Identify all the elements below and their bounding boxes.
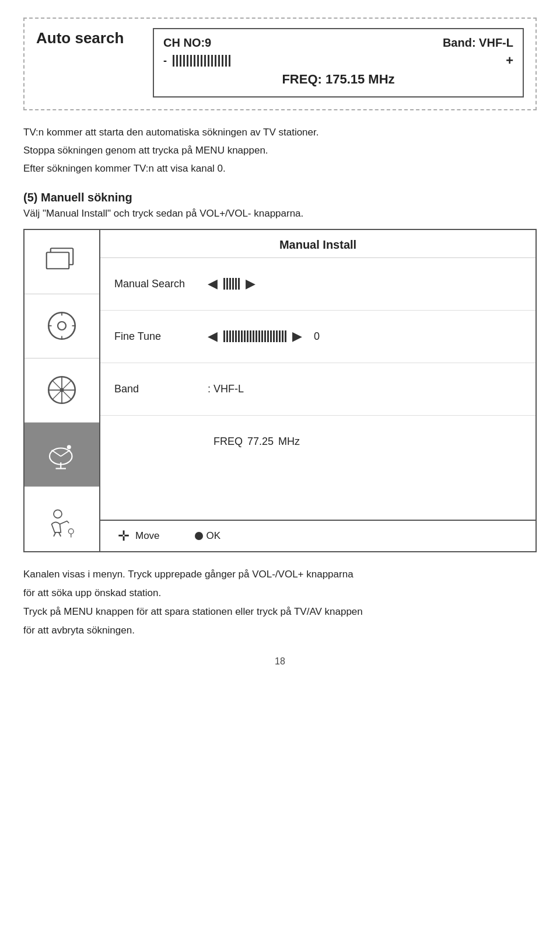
svg-rect-1 (47, 252, 69, 269)
svg-point-19 (67, 445, 71, 449)
section5-subtext: Välj "Manual Install" och tryck sedan på… (23, 208, 537, 220)
section5-heading: (5) Manuell sökning (23, 191, 537, 204)
ok-dot-icon (195, 532, 203, 540)
svg-point-13 (60, 388, 64, 392)
panel-icon-compass (24, 358, 99, 423)
svg-point-23 (68, 528, 74, 534)
footer-line2: för att söka upp önskad station. (23, 585, 537, 601)
description-line3: Efter sökningen kommer TV:n att visa kan… (23, 161, 537, 176)
panel-icon-satellite (24, 423, 99, 487)
panel-title: Manual Install (100, 230, 536, 258)
svg-point-3 (58, 322, 66, 330)
bottom-move: ✛ Move (118, 528, 160, 544)
svg-line-22 (59, 532, 61, 536)
fine-tune-value: 0 (314, 330, 320, 343)
freq-value: 77.25 (247, 436, 274, 448)
fine-tune-label: Fine Tune (114, 330, 208, 343)
manual-install-panel: Manual Install Manual Search ◀ ▶ Fine Tu… (23, 229, 537, 552)
footer-line4: för att avbryta sökningen. (23, 622, 537, 639)
panel-row-band: Band : VHF-L (100, 363, 536, 416)
progress-bars (173, 55, 230, 67)
band-label: Band: VHF-L (443, 36, 513, 50)
panel-icon-screens (24, 230, 99, 294)
fine-tune-bars (223, 330, 286, 342)
progress-plus: + (506, 53, 513, 68)
progress-minus: - (163, 55, 167, 67)
ok-label: OK (206, 530, 221, 542)
fine-tune-right-arrow: ▶ (292, 329, 302, 344)
auto-search-title: Auto search (36, 29, 124, 47)
description-line1: TV:n kommer att starta den automatiska s… (23, 124, 537, 140)
progress-row: - + (163, 53, 513, 68)
progress-bar-container: - (163, 55, 230, 67)
panel-bottom-row: ✛ Move OK (100, 520, 536, 551)
panel-rows: Manual Search ◀ ▶ Fine Tune ◀ ▶ 0 (100, 258, 536, 520)
footer-line1: Kanalen visas i menyn. Tryck upprepade g… (23, 566, 537, 583)
panel-content-col: Manual Install Manual Search ◀ ▶ Fine Tu… (100, 230, 536, 551)
footer-text: Kanalen visas i menyn. Tryck upprepade g… (23, 566, 537, 639)
manual-search-left-arrow: ◀ (208, 276, 218, 291)
auto-search-section: Auto search CH NO:9 Band: VHF-L - + FREQ… (23, 18, 537, 110)
ch-band-row: CH NO:9 Band: VHF-L (163, 36, 513, 50)
panel-row-freq: FREQ 77.25 MHz (100, 416, 536, 468)
svg-line-21 (54, 532, 56, 536)
band-value: : VHF-L (208, 383, 244, 395)
panel-icon-dial (24, 294, 99, 358)
manual-search-right-arrow: ▶ (246, 276, 256, 291)
footer-line3: Tryck på MENU knappen för att spara stat… (23, 604, 537, 620)
manual-search-label: Manual Search (114, 278, 208, 290)
band-label-row: Band (114, 383, 208, 395)
auto-search-freq: FREQ: 175.15 MHz (163, 72, 513, 87)
description-line2: Stoppa sökningen genom att trycka på MEN… (23, 142, 537, 158)
page-number: 18 (23, 656, 537, 667)
panel-icons-col (24, 230, 100, 551)
band-control: : VHF-L (208, 383, 522, 395)
manual-search-bars (223, 278, 240, 290)
bottom-ok: OK (195, 530, 221, 542)
freq-unit: MHz (278, 436, 300, 448)
svg-point-2 (48, 312, 75, 339)
panel-icon-person (24, 487, 99, 551)
move-label: Move (135, 530, 160, 542)
svg-point-20 (54, 510, 62, 518)
freq-label: FREQ (214, 436, 243, 448)
move-icon: ✛ (118, 528, 130, 544)
panel-row-manual-search: Manual Search ◀ ▶ (100, 258, 536, 311)
auto-search-inner: CH NO:9 Band: VHF-L - + FREQ: 175.15 MHz (153, 28, 524, 98)
description-block: TV:n kommer att starta den automatiska s… (23, 124, 537, 177)
ch-label: CH NO:9 (163, 36, 211, 50)
freq-control: FREQ 77.25 MHz (114, 436, 522, 448)
fine-tune-left-arrow: ◀ (208, 329, 218, 344)
svg-line-15 (52, 450, 61, 457)
svg-line-16 (61, 450, 70, 457)
panel-row-fine-tune: Fine Tune ◀ ▶ 0 (100, 311, 536, 363)
manual-search-control: ◀ ▶ (208, 276, 522, 291)
fine-tune-control: ◀ ▶ 0 (208, 329, 522, 344)
